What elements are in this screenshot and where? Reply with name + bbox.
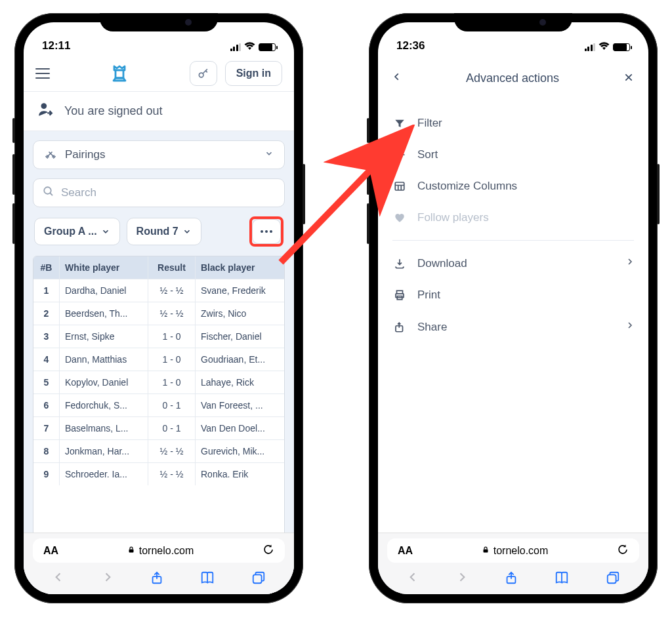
menu-item-download[interactable]: Download — [392, 247, 634, 279]
cell-black: Svane, Frederik — [196, 279, 284, 302]
reload-icon[interactable] — [262, 544, 274, 558]
back-icon[interactable] — [392, 71, 402, 86]
signin-button[interactable]: Sign in — [225, 61, 282, 86]
forward-icon[interactable] — [101, 571, 114, 589]
table-row[interactable]: 1Dardha, Daniel½ - ½Svane, Frederik — [33, 279, 284, 302]
phone-left: 12:11 — [14, 13, 303, 603]
back-icon[interactable] — [406, 571, 419, 589]
col-result[interactable]: Result — [148, 256, 196, 279]
share-icon[interactable] — [504, 571, 518, 589]
menu-item-follow: Follow players — [392, 202, 634, 233]
chevron-down-icon — [264, 148, 274, 161]
tornelo-logo[interactable] — [58, 64, 182, 83]
cell-result: 0 - 1 — [148, 417, 196, 439]
signed-out-banner: You are signed out — [24, 92, 294, 131]
safari-chrome: AA tornelo.com — [24, 533, 294, 594]
bookmarks-icon[interactable] — [200, 571, 215, 589]
cell-result: ½ - ½ — [148, 463, 196, 485]
clock: 12:36 — [396, 39, 425, 52]
follow-icon — [392, 212, 407, 224]
col-board[interactable]: #B — [33, 256, 60, 279]
battery-icon — [259, 43, 276, 51]
cell-black: Van Foreest, ... — [196, 394, 284, 416]
col-white[interactable]: White player — [60, 256, 148, 279]
menu-label: Customize Columns — [417, 180, 517, 193]
divider — [392, 240, 634, 241]
text-size-button[interactable]: AA — [398, 545, 413, 557]
search-placeholder: Search — [61, 186, 96, 199]
more-actions-button[interactable] — [252, 219, 281, 244]
lock-icon — [127, 545, 135, 557]
table-row[interactable]: 7Baselmans, L...0 - 1Van Den Doel... — [33, 416, 284, 439]
tabs-icon[interactable] — [251, 571, 266, 589]
table-row[interactable]: 5Kopylov, Daniel1 - 0Lahaye, Rick — [33, 371, 284, 393]
view-label: Pairings — [65, 148, 105, 161]
bookmarks-icon[interactable] — [554, 571, 570, 589]
safari-tabbar — [24, 568, 294, 594]
search-input[interactable]: Search — [33, 178, 285, 207]
menu-label: Share — [417, 321, 447, 334]
menu-item-sort[interactable]: Sort — [392, 139, 634, 171]
table-row[interactable]: 2Beerdsen, Th...½ - ½Zwirs, Nico — [33, 302, 284, 325]
banner-text: You are signed out — [64, 104, 162, 118]
round-selector[interactable]: Round 7 — [127, 218, 201, 245]
table-header-row: #B White player Result Black player — [33, 256, 284, 279]
table-row[interactable]: 3Ernst, Sipke1 - 0Fischer, Daniel — [33, 325, 284, 348]
menu-label: Filter — [417, 117, 442, 130]
search-icon — [43, 186, 54, 201]
swords-icon — [44, 147, 57, 163]
key-button[interactable] — [190, 61, 217, 86]
battery-icon — [613, 43, 630, 51]
back-icon[interactable] — [52, 571, 65, 589]
svg-rect-3 — [129, 549, 133, 552]
columns-icon — [392, 180, 407, 192]
cell-black: Goudriaan, Et... — [196, 348, 284, 371]
forward-icon[interactable] — [455, 571, 469, 589]
wifi-icon — [244, 42, 255, 52]
tabs-icon[interactable] — [606, 571, 620, 589]
menu-item-print[interactable]: Print — [392, 279, 634, 311]
main-content: Pairings Search Group A ... — [24, 131, 294, 594]
svg-rect-6 — [395, 182, 404, 190]
signal-icon — [585, 43, 596, 51]
group-selector[interactable]: Group A ... — [34, 218, 120, 245]
cell-white: Jonkman, Har... — [60, 440, 148, 462]
print-icon — [392, 289, 407, 301]
svg-rect-5 — [253, 575, 262, 583]
menu-item-filter[interactable]: Filter — [392, 108, 634, 139]
url-bar[interactable]: AA tornelo.com — [33, 538, 285, 563]
cell-white: Beerdsen, Th... — [60, 302, 148, 325]
view-selector[interactable]: Pairings — [33, 140, 285, 169]
menu-item-columns[interactable]: Customize Columns — [392, 171, 634, 202]
app-header: Sign in — [24, 55, 294, 92]
safari-tabbar — [378, 568, 648, 594]
share-icon — [392, 321, 407, 333]
menu-icon[interactable] — [35, 68, 50, 79]
cell-board: 1 — [33, 279, 60, 302]
table-row[interactable]: 4Dann, Matthias1 - 0Goudriaan, Et... — [33, 348, 284, 371]
cell-board: 3 — [33, 325, 60, 348]
signal-icon — [230, 43, 242, 51]
cell-white: Dardha, Daniel — [60, 279, 148, 302]
safari-chrome: AA tornelo.com — [378, 533, 648, 594]
url-bar[interactable]: AA tornelo.com — [387, 538, 639, 563]
text-size-button[interactable]: AA — [43, 545, 58, 557]
share-icon[interactable] — [150, 571, 164, 589]
menu-item-share[interactable]: Share — [392, 311, 634, 343]
table-row[interactable]: 8Jonkman, Har...½ - ½Gurevich, Mik... — [33, 439, 284, 462]
col-black[interactable]: Black player — [196, 256, 284, 279]
svg-rect-11 — [483, 549, 488, 552]
cell-board: 5 — [33, 371, 60, 393]
phone-right: 12:36 Advanced actions — [369, 13, 658, 603]
wifi-icon — [598, 42, 610, 52]
clock: 12:11 — [42, 39, 70, 52]
annotation-highlight — [249, 216, 284, 247]
table-row[interactable]: 6Fedorchuk, S...0 - 1Van Foreest, ... — [33, 393, 284, 416]
table-row[interactable]: 9Schroeder. Ia...½ - ½Ronka. Erik — [33, 462, 284, 485]
cell-result: ½ - ½ — [148, 279, 196, 302]
close-icon[interactable] — [623, 71, 634, 86]
cell-board: 6 — [33, 394, 60, 416]
reload-icon[interactable] — [617, 544, 629, 558]
cell-black: Fischer, Daniel — [196, 325, 284, 348]
cell-white: Kopylov, Daniel — [60, 371, 148, 393]
